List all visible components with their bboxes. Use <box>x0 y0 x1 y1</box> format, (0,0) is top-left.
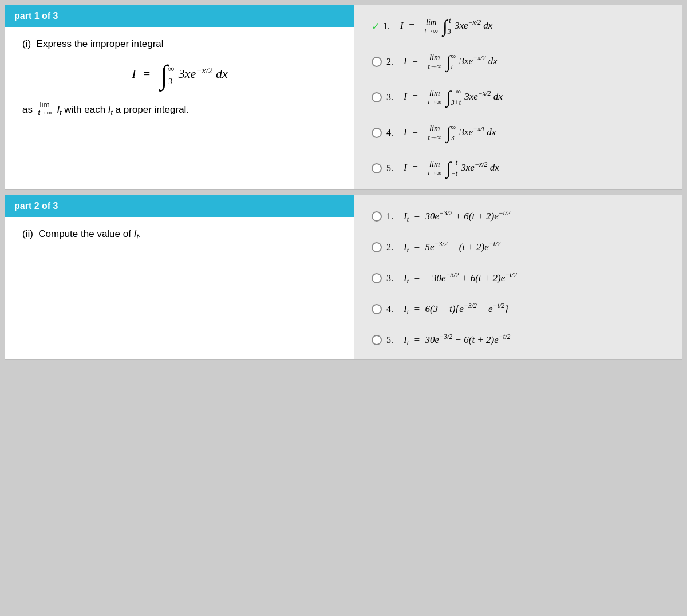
option-number-1-3: 3. <box>386 92 399 102</box>
radio-1-4[interactable] <box>372 128 382 138</box>
integral-symbol: ∫ <box>160 61 168 89</box>
option-text-2-2: It = 5e−3/2 − (t + 2)e−t/2 <box>404 240 500 255</box>
radio-2-4[interactable] <box>372 304 382 314</box>
integral-limits: ∞ 3 <box>168 64 174 86</box>
part2-instruction: (ii) Compute the value of It. <box>22 228 337 241</box>
option-text-2-3: It = −30e−3/2 + 6(t + 2)e−t/2 <box>404 271 517 286</box>
main-container: part 1 of 3 (i) Express the improper int… <box>0 0 687 364</box>
option-number-2-3: 3. <box>386 273 399 283</box>
option-text-1-2: I = lim t→∞ ∫ ∞ t 3xe−x/2 dx <box>404 52 498 72</box>
radio-2-1[interactable] <box>372 211 382 222</box>
radio-1-3[interactable] <box>372 92 382 102</box>
right-panel-1: ✓ 1. I = lim t→∞ ∫ t 3 3xe <box>354 5 682 189</box>
option-1-1[interactable]: ✓ 1. I = lim t→∞ ∫ t 3 3xe <box>372 17 665 36</box>
option-number-1-4: 4. <box>386 128 399 138</box>
check-icon: ✓ <box>372 21 380 33</box>
radio-1-5[interactable] <box>372 163 382 173</box>
option-text-1-1: I = lim t→∞ ∫ t 3 3xe−x/2 dx <box>400 17 492 36</box>
option-1-5[interactable]: 5. I = lim t→∞ ∫ t −t 3xe−x/2 dx <box>372 159 665 178</box>
left-panel-1: part 1 of 3 (i) Express the improper int… <box>5 5 354 189</box>
option-number-2-4: 4. <box>386 304 399 314</box>
part2-header: part 2 of 3 <box>5 195 354 217</box>
option-text-2-4: It = 6(3 − t){e−3/2 − e−t/2} <box>404 302 508 317</box>
right-panel-2: 1. It = 30e−3/2 + 6(t + 2)e−t/2 2. It = … <box>354 195 682 359</box>
option-number-2-5: 5. <box>386 335 399 345</box>
left-content-1: (i) Express the improper integral I = ∫ … <box>5 27 354 143</box>
part1-integral-display: I = ∫ ∞ 3 3xe−x/2 dx <box>22 61 337 89</box>
option-number-1-1: 1. <box>383 21 396 31</box>
option-text-1-4: I = lim t→∞ ∫ ∞ 3 3xe−x/t dx <box>404 123 496 143</box>
radio-2-3[interactable] <box>372 273 382 283</box>
option-number-2-2: 2. <box>386 242 399 252</box>
option-text-1-5: I = lim t→∞ ∫ t −t 3xe−x/2 dx <box>404 159 499 178</box>
option-1-3[interactable]: 3. I = lim t→∞ ∫ ∞ 3+t 3xe−x/2 dx <box>372 88 665 107</box>
left-panel-2: part 2 of 3 (ii) Compute the value of It… <box>5 195 354 359</box>
section-1: part 1 of 3 (i) Express the improper int… <box>5 5 682 190</box>
option-number-2-1: 1. <box>386 211 399 222</box>
part1-instruction: (i) Express the improper integral <box>22 38 337 50</box>
option-2-5[interactable]: 5. It = 30e−3/2 − 6(t + 2)e−t/2 <box>372 333 665 348</box>
option-1-2[interactable]: 2. I = lim t→∞ ∫ ∞ t 3xe−x/2 dx <box>372 52 665 72</box>
option-2-1[interactable]: 1. It = 30e−3/2 + 6(t + 2)e−t/2 <box>372 209 665 224</box>
option-number-1-2: 2. <box>386 57 399 67</box>
option-1-4[interactable]: 4. I = lim t→∞ ∫ ∞ 3 3xe−x/t dx <box>372 123 665 143</box>
section-2: part 2 of 3 (ii) Compute the value of It… <box>5 195 682 360</box>
radio-2-5[interactable] <box>372 335 382 345</box>
radio-2-2[interactable] <box>372 242 382 252</box>
option-2-2[interactable]: 2. It = 5e−3/2 − (t + 2)e−t/2 <box>372 240 665 255</box>
radio-1-2[interactable] <box>372 57 382 67</box>
part1-note: as lim t→∞ It with each It a proper inte… <box>22 100 337 117</box>
option-text-1-3: I = lim t→∞ ∫ ∞ 3+t 3xe−x/2 dx <box>404 88 503 107</box>
integral-lower: 3 <box>168 76 172 86</box>
option-text-2-5: It = 30e−3/2 − 6(t + 2)e−t/2 <box>404 333 510 348</box>
option-2-3[interactable]: 3. It = −30e−3/2 + 6(t + 2)e−t/2 <box>372 271 665 286</box>
option-text-2-1: It = 30e−3/2 + 6(t + 2)e−t/2 <box>404 209 510 224</box>
integral-upper: ∞ <box>168 64 174 74</box>
integrand-1: 3xe−x/2 dx <box>179 66 228 81</box>
left-content-2: (ii) Compute the value of It. <box>5 217 354 267</box>
option-2-4[interactable]: 4. It = 6(3 − t){e−3/2 − e−t/2} <box>372 302 665 317</box>
part1-header: part 1 of 3 <box>5 5 354 27</box>
option-number-1-5: 5. <box>386 163 399 173</box>
